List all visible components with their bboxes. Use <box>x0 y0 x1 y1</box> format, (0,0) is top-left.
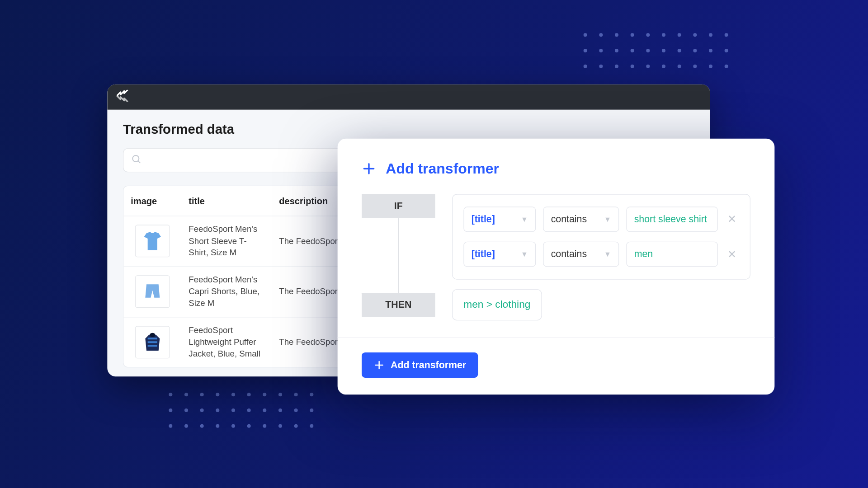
transformer-panel: Add transformer IF THEN [title] ▼ contai… <box>338 139 775 395</box>
svg-line-1 <box>138 161 140 163</box>
decorative-dots-top <box>584 33 728 68</box>
col-title: title <box>181 186 272 216</box>
cell-title: FeedoSport Lightweight Puffer Jacket, Bl… <box>181 317 272 367</box>
value-input[interactable]: short sleeve shirt <box>626 206 718 232</box>
panel-heading-label: Add transformer <box>386 160 499 177</box>
value-text: short sleeve shirt <box>634 214 707 225</box>
operator-select[interactable]: contains ▼ <box>543 242 619 267</box>
product-image-jacket <box>135 326 170 358</box>
cell-title: FeedoSport Men's Capri Shorts, Blue, Siz… <box>181 267 272 316</box>
app-logo-icon <box>116 90 132 104</box>
add-transformer-button[interactable]: Add transformer <box>362 352 478 378</box>
field-select[interactable]: [title] ▼ <box>463 206 536 232</box>
value-input[interactable]: men <box>626 242 718 267</box>
conditions-box: [title] ▼ contains ▼ short sleeve shirt … <box>452 194 750 279</box>
col-image: image <box>123 186 181 216</box>
flow-connector <box>398 218 399 293</box>
chevron-down-icon: ▼ <box>521 215 528 224</box>
window-titlebar <box>107 84 710 110</box>
operator-label: contains <box>551 249 587 260</box>
decorative-dots-bottom <box>169 393 313 427</box>
then-pill: THEN <box>362 293 435 317</box>
svg-point-0 <box>132 155 139 162</box>
plus-icon <box>374 360 385 371</box>
remove-condition-button[interactable]: ✕ <box>725 213 739 226</box>
if-pill: IF <box>362 194 435 218</box>
chevron-down-icon: ▼ <box>604 215 611 224</box>
condition-row: [title] ▼ contains ▼ short sleeve shirt … <box>463 206 739 232</box>
chevron-down-icon: ▼ <box>521 250 528 258</box>
page-title: Transformed data <box>123 122 694 137</box>
field-select[interactable]: [title] ▼ <box>463 242 536 267</box>
condition-row: [title] ▼ contains ▼ men ✕ <box>463 242 739 267</box>
then-value-input[interactable]: men > clothing <box>452 289 542 320</box>
field-label: [title] <box>472 214 495 225</box>
chevron-down-icon: ▼ <box>604 250 611 258</box>
product-image-shorts <box>135 276 170 308</box>
operator-label: contains <box>551 214 587 225</box>
operator-select[interactable]: contains ▼ <box>543 206 619 232</box>
value-text: men <box>634 249 653 260</box>
plus-icon <box>362 161 376 176</box>
then-value-text: men > clothing <box>463 299 530 311</box>
panel-heading: Add transformer <box>362 160 750 177</box>
cell-title: FeedoSport Men's Short Sleeve T-Shirt, S… <box>181 216 272 266</box>
product-image-tshirt <box>135 225 170 258</box>
remove-condition-button[interactable]: ✕ <box>725 248 739 261</box>
field-label: [title] <box>472 249 495 260</box>
search-icon <box>131 154 142 167</box>
add-transformer-label: Add transformer <box>391 360 466 371</box>
